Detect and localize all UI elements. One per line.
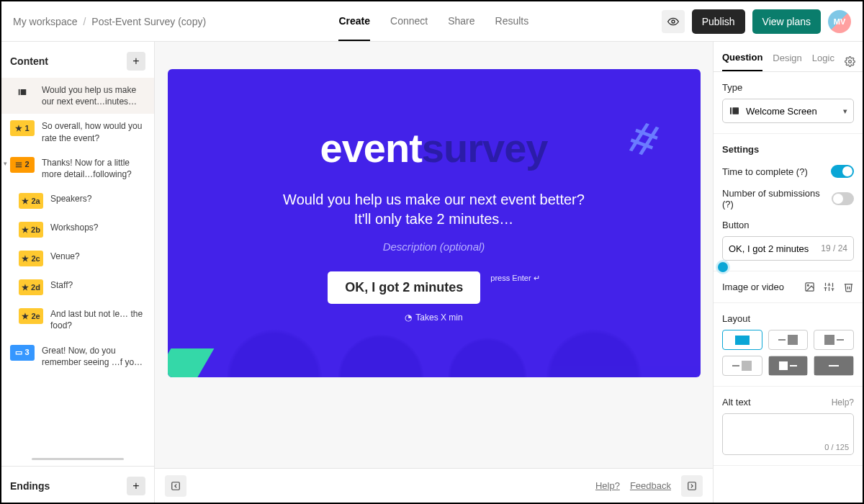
svg-rect-10 [732,107,739,114]
layout-option-6[interactable] [814,356,854,376]
preview-logo: eventsurvey [320,125,548,171]
question-badge: 2 [10,157,35,173]
trash-icon[interactable] [843,282,854,292]
question-badge: ▭ 3 [10,345,35,361]
image-icon[interactable] [804,282,815,292]
breadcrumb-separator: / [83,16,86,27]
setting-time-label: Time to complete (?) [722,166,808,177]
endings-header: Endings + [1,467,154,503]
button-field-label: Button [722,220,854,230]
collapse-right-icon[interactable] [681,475,703,497]
setting-submissions-label: Number of submissions (?) [722,188,832,210]
question-badge: ★ 2e [19,308,43,324]
question-text: Workshops? [50,222,145,233]
preview-title-line2[interactable]: It'll only take 2 minutes… [354,211,514,228]
layout-option-3[interactable] [814,330,854,350]
preview-description[interactable]: Description (optional) [383,240,485,253]
alt-char-count: 0 / 125 [824,443,849,451]
tab-design[interactable]: Design [773,53,801,71]
content-header: Content + [1,42,154,78]
svg-rect-7 [688,482,696,490]
tab-create[interactable]: Create [338,2,370,41]
collapse-left-icon[interactable] [165,475,186,497]
question-badge: ★ 1 [10,120,35,136]
button-text-input[interactable]: OK, I got 2 minutes 19 / 24 [722,236,854,261]
svg-point-0 [672,20,675,23]
breadcrumb: My workspace / Post-Event Survey (copy) [13,16,206,27]
question-item[interactable]: Would you help us make our next event…in… [1,78,154,114]
toggle-time-to-complete[interactable] [831,165,854,178]
tab-logic[interactable]: Logic [812,53,834,71]
question-group-item[interactable]: 2 Thanks! Now for a little more detail…f… [1,150,154,186]
canvas-footer: Help? Feedback [155,468,713,503]
question-badge: ★ 2c [19,251,43,266]
chevron-down-icon: ▾ [843,107,847,116]
welcome-icon [10,84,35,100]
question-badge: ★ 2b [19,222,43,238]
question-item[interactable]: ★ 2b Workshops? [1,215,154,244]
breadcrumb-workspace[interactable]: My workspace [13,16,77,27]
content-title: Content [10,55,48,67]
help-link[interactable]: Help? [595,480,620,491]
preview-icon[interactable] [662,10,685,33]
question-item[interactable]: ★ 1 So overall, how would you rate the e… [1,114,154,150]
settings-section: Settings Time to complete (?) Number of … [714,134,863,271]
canvas: # eventsurvey Would you help us make our… [155,42,713,503]
publish-button[interactable]: Publish [692,9,745,34]
background-crowd [168,291,701,377]
toggle-submissions[interactable] [832,192,854,205]
svg-rect-9 [730,107,732,114]
tab-connect[interactable]: Connect [390,2,428,41]
layout-option-5[interactable] [768,356,809,376]
question-text: Would you help us make our next event…in… [42,84,145,107]
breadcrumb-form[interactable]: Post-Event Survey (copy) [91,16,206,27]
question-badge: ★ 2a [19,193,43,209]
top-tabs: Create Connect Share Results [212,2,656,41]
form-preview[interactable]: # eventsurvey Would you help us make our… [168,69,701,377]
alt-text-label: Alt text [722,397,751,408]
question-text: Thanks! Now for a little more detail…fol… [42,157,145,180]
layout-grid [722,330,854,376]
right-tabs: Question Design Logic [714,42,863,72]
top-actions: Publish View plans MV [662,9,851,34]
layout-label: Layout [722,313,854,324]
scroll-indicator [32,458,123,460]
button-text-value: OK, I got 2 minutes [729,243,809,254]
image-section: Image or video [714,271,863,303]
hash-icon: # [623,109,665,168]
alt-text-input[interactable]: 0 / 125 [722,413,854,455]
add-question-button[interactable]: + [127,52,145,71]
question-item[interactable]: ★ 2e And last but not le… the food? [1,302,154,338]
sliders-icon[interactable] [824,282,834,292]
question-item[interactable]: ★ 2d Staff? [1,273,154,302]
tour-beacon-icon[interactable] [718,262,728,272]
endings-title: Endings [10,480,50,492]
preview-title-line1[interactable]: Would you help us make our next event be… [283,192,585,208]
question-item[interactable]: ★ 2c Venue? [1,244,154,273]
welcome-screen-icon [729,105,740,117]
question-text: Staff? [50,279,145,291]
avatar[interactable]: MV [828,10,851,33]
question-item[interactable]: ★ 2a Speakers? [1,186,154,215]
tab-results[interactable]: Results [495,2,529,41]
type-select[interactable]: Welcome Screen ▾ [722,99,854,123]
alt-help-link[interactable]: Help? [832,397,854,408]
setting-time: Time to complete (?) [722,165,854,178]
type-label: Type [722,82,854,93]
layout-option-4[interactable] [722,356,762,376]
layout-option-2[interactable] [768,330,809,350]
question-text: So overall, how would you rate the event… [42,120,145,143]
right-panel: Question Design Logic Type Welcome Scree… [713,42,863,503]
tab-question[interactable]: Question [722,52,762,71]
layout-option-1[interactable] [722,330,762,350]
tab-share[interactable]: Share [448,2,474,41]
settings-label: Settings [722,144,854,155]
question-item[interactable]: ▭ 3 Great! Now, do you remember seeing …… [1,338,154,374]
add-ending-button[interactable]: + [127,477,145,495]
feedback-link[interactable]: Feedback [630,480,671,491]
type-value: Welcome Screen [746,106,817,117]
topbar: My workspace / Post-Event Survey (copy) … [1,1,863,42]
sidebar: Content + Would you help us make our nex… [1,42,155,503]
view-plans-button[interactable]: View plans [752,9,821,34]
gear-icon[interactable] [845,56,855,67]
